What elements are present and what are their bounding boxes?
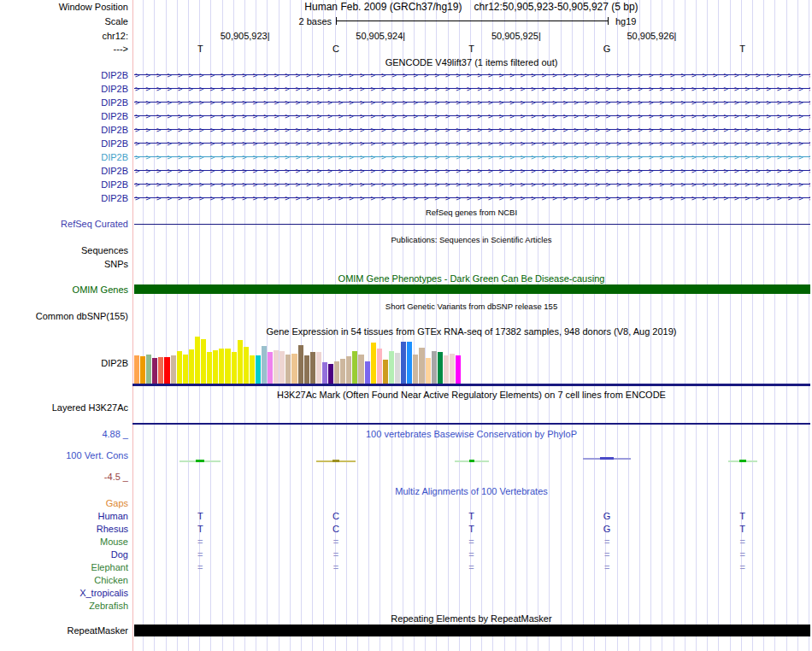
multiz-alignment-cell[interactable]: = (604, 562, 609, 573)
gtex-bar[interactable] (146, 355, 151, 384)
transcript-arrow-line[interactable]: >>>>>>>>>>>>>>>>>>>>>>>>>>>>>>>>>>>>>>>>… (134, 192, 810, 204)
multiz-alignment-cell[interactable]: = (739, 562, 744, 573)
gtex-bar[interactable] (310, 352, 315, 384)
gtex-bar[interactable] (377, 349, 382, 384)
transcript-arrow-line[interactable]: >>>>>>>>>>>>>>>>>>>>>>>>>>>>>>>>>>>>>>>>… (134, 69, 810, 81)
track-label-repeatmasker[interactable]: RepeatMasker (0, 625, 128, 636)
track-label-dip2b[interactable]: DIP2B (0, 70, 128, 81)
gtex-bar[interactable] (456, 355, 461, 384)
transcript-arrow-line[interactable]: >>>>>>>>>>>>>>>>>>>>>>>>>>>>>>>>>>>>>>>>… (134, 124, 810, 136)
multiz-alignment-cell[interactable]: T (197, 511, 203, 522)
track-label-human[interactable]: Human (0, 511, 128, 522)
gtex-bar[interactable] (444, 355, 449, 384)
transcript-arrow-line[interactable]: >>>>>>>>>>>>>>>>>>>>>>>>>>>>>>>>>>>>>>>>… (134, 165, 810, 177)
gtex-bar[interactable] (268, 352, 273, 384)
multiz-alignment-cell[interactable]: = (197, 549, 203, 560)
phylop-mark[interactable] (455, 460, 489, 462)
track-label-dip2b[interactable]: DIP2B (0, 152, 128, 163)
multiz-alignment-cell[interactable]: = (333, 549, 338, 560)
gtex-bar[interactable] (250, 355, 255, 384)
multiz-alignment-cell[interactable]: G (603, 511, 611, 522)
multiz-alignment-cell[interactable]: = (604, 537, 609, 548)
gtex-bar[interactable] (328, 364, 333, 384)
track-label-common-dbsnp[interactable]: Common dbSNP(155) (0, 311, 128, 322)
multiz-alignment-cell[interactable]: C (332, 511, 339, 522)
gtex-bar[interactable] (279, 351, 285, 384)
gtex-bar[interactable] (189, 349, 194, 384)
gtex-bar[interactable] (413, 355, 418, 384)
track-label-dip2b[interactable]: DIP2B (0, 97, 128, 108)
track-label-mouse[interactable]: Mouse (0, 537, 128, 548)
track-label-dip2b[interactable]: DIP2B (0, 125, 128, 136)
gtex-bar[interactable] (340, 359, 345, 384)
multiz-alignment-cell[interactable]: = (739, 537, 744, 548)
track-label-dog[interactable]: Dog (0, 549, 128, 560)
multiz-alignment-cell[interactable]: G (603, 524, 611, 535)
multiz-alignment-cell[interactable]: C (332, 524, 339, 535)
repeatmasker-bar[interactable] (134, 625, 810, 636)
phylop-mark[interactable] (583, 458, 631, 460)
gtex-bar[interactable] (213, 350, 218, 384)
gtex-bar[interactable] (201, 339, 206, 384)
gtex-bar[interactable] (426, 358, 431, 384)
gtex-bar[interactable] (291, 354, 297, 384)
multiz-alignment-cell[interactable]: = (333, 562, 338, 573)
gtex-bar[interactable] (256, 355, 261, 384)
multiz-alignment-cell[interactable]: T (468, 524, 474, 535)
multiz-alignment-cell[interactable]: = (739, 549, 744, 560)
multiz-alignment-cell[interactable]: T (468, 511, 474, 522)
track-label-gtex-dip2b[interactable]: DIP2B (0, 358, 128, 369)
gtex-bar[interactable] (232, 352, 237, 384)
gtex-bar[interactable] (171, 355, 176, 384)
track-label-snps[interactable]: SNPs (0, 259, 128, 270)
gtex-bar[interactable] (395, 353, 400, 384)
gtex-bar[interactable] (207, 352, 212, 384)
gtex-bar[interactable] (322, 362, 327, 384)
gtex-bar[interactable] (401, 342, 406, 384)
gtex-bar[interactable] (438, 352, 443, 384)
track-label-dip2b[interactable]: DIP2B (0, 84, 128, 95)
multiz-alignment-cell[interactable]: = (468, 537, 474, 548)
gtex-bar[interactable] (316, 352, 321, 384)
gtex-bar[interactable] (304, 355, 309, 384)
gtex-bar[interactable] (219, 349, 224, 384)
track-label-dip2b[interactable]: DIP2B (0, 138, 128, 150)
transcript-arrow-line[interactable]: >>>>>>>>>>>>>>>>>>>>>>>>>>>>>>>>>>>>>>>>… (134, 179, 810, 191)
transcript-arrow-line[interactable]: >>>>>>>>>>>>>>>>>>>>>>>>>>>>>>>>>>>>>>>>… (134, 138, 810, 150)
track-label-dip2b[interactable]: DIP2B (0, 166, 128, 177)
multiz-alignment-cell[interactable]: = (468, 562, 474, 573)
gtex-bar[interactable] (365, 361, 370, 384)
gtex-bar[interactable] (407, 342, 412, 384)
gtex-bar[interactable] (244, 347, 249, 384)
gtex-bar[interactable] (383, 360, 388, 384)
track-label-sequences[interactable]: Sequences (0, 245, 128, 256)
gtex-bar[interactable] (158, 357, 163, 384)
gtex-bar[interactable] (334, 361, 339, 384)
track-label-refseq-curated[interactable]: RefSeq Curated (0, 219, 128, 230)
multiz-alignment-cell[interactable]: = (468, 549, 474, 560)
track-label-dip2b[interactable]: DIP2B (0, 111, 128, 122)
gtex-bar[interactable] (183, 355, 188, 384)
gtex-bar[interactable] (389, 351, 394, 384)
track-label-rhesus[interactable]: Rhesus (0, 524, 128, 535)
transcript-arrow-line[interactable]: >>>>>>>>>>>>>>>>>>>>>>>>>>>>>>>>>>>>>>>>… (134, 83, 810, 95)
gtex-bar[interactable] (225, 349, 230, 384)
gtex-bar[interactable] (177, 351, 182, 384)
track-label-100-vert-cons[interactable]: 100 Vert. Cons (0, 450, 128, 461)
transcript-arrow-line[interactable]: >>>>>>>>>>>>>>>>>>>>>>>>>>>>>>>>>>>>>>>>… (134, 110, 810, 122)
gtex-bar[interactable] (152, 358, 157, 384)
track-label-dip2b[interactable]: DIP2B (0, 193, 128, 204)
gtex-bar[interactable] (238, 340, 243, 384)
gtex-bar[interactable] (195, 337, 200, 384)
multiz-alignment-cell[interactable]: = (604, 549, 609, 560)
gtex-bar[interactable] (274, 350, 279, 384)
gtex-bar[interactable] (450, 354, 455, 384)
gtex-bar[interactable] (352, 351, 357, 384)
phylop-mark[interactable] (179, 460, 221, 462)
multiz-alignment-cell[interactable]: = (333, 537, 338, 548)
track-label-layered-h3k27ac[interactable]: Layered H3K27Ac (0, 402, 128, 413)
track-label-gaps[interactable]: Gaps (0, 498, 128, 509)
track-label-chicken[interactable]: Chicken (0, 575, 128, 586)
gtex-bar[interactable] (285, 355, 291, 384)
transcript-arrow-line[interactable]: >>>>>>>>>>>>>>>>>>>>>>>>>>>>>>>>>>>>>>>>… (134, 97, 810, 108)
